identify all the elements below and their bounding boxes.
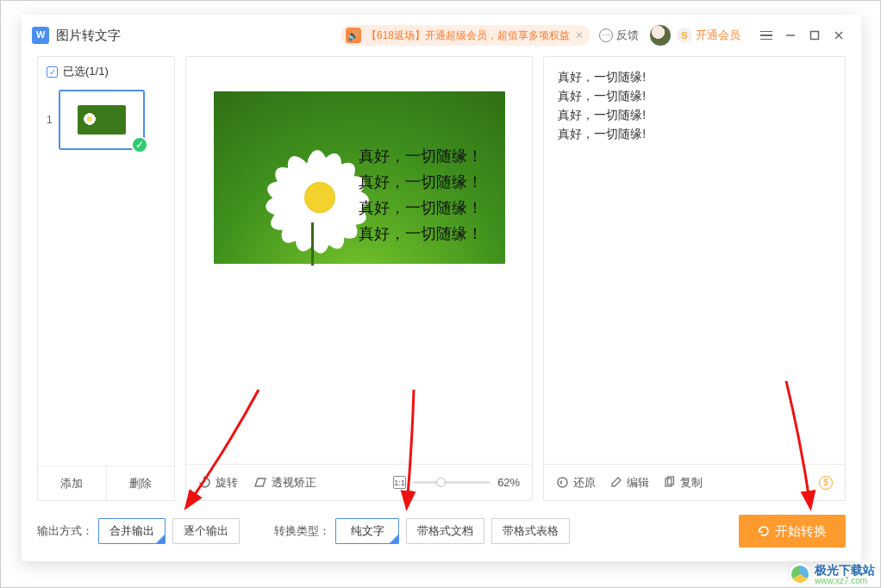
restore-icon — [556, 476, 569, 489]
watermark: 极光下载站 www.xz7.com — [789, 563, 875, 585]
promo-text: 【618返场】开通超级会员，超值享多项权益 — [366, 28, 570, 43]
feedback-link[interactable]: ⋯ 反馈 — [599, 28, 639, 43]
start-convert-button[interactable]: 开始转换 — [739, 515, 846, 547]
type-table-button[interactable]: 带格式表格 — [491, 518, 570, 544]
thumbnail-panel: ✓ 已选(1/1) 1 ✓ 添加 删除 — [37, 56, 175, 501]
copy-icon — [663, 476, 676, 489]
checkbox-icon[interactable]: ✓ — [47, 66, 58, 78]
speaker-icon: 🔊 — [346, 28, 361, 43]
coin-icon[interactable]: $ — [819, 476, 833, 490]
result-panel: 真好，一切随缘! 真好，一切随缘! 真好，一切随缘! 真好，一切随缘! 还原 编… — [543, 56, 846, 501]
fit-icon[interactable]: 1:1 — [393, 476, 406, 489]
output-merge-button[interactable]: 合并输出 — [98, 518, 166, 544]
feedback-label: 反馈 — [616, 28, 639, 43]
svg-point-4 — [558, 478, 567, 487]
flower-graphic — [266, 143, 369, 247]
rotate-button[interactable]: 旋转 — [198, 475, 238, 491]
output-mode-label: 输出方式： — [37, 523, 93, 539]
restore-button[interactable]: 还原 — [556, 475, 596, 491]
chat-icon: ⋯ — [599, 28, 613, 42]
pencil-icon — [609, 476, 622, 489]
refresh-icon — [758, 525, 770, 537]
preview-image: 真好，一切随缘！ 真好，一切随缘！ 真好，一切随缘！ 真好，一切随缘！ — [214, 91, 505, 264]
thumbnail-box[interactable]: ✓ — [59, 90, 145, 150]
selected-count[interactable]: ✓ 已选(1/1) — [38, 57, 174, 86]
svg-rect-1 — [811, 32, 819, 40]
watermark-url: www.xz7.com — [815, 576, 875, 585]
add-button[interactable]: 添加 — [38, 466, 107, 500]
result-line: 真好，一切随缘! — [558, 105, 831, 124]
result-line: 真好，一切随缘! — [558, 67, 831, 86]
convert-type-label: 转换类型： — [274, 523, 330, 539]
menu-button[interactable] — [754, 23, 778, 47]
titlebar: 图片转文字 🔊 【618返场】开通超级会员，超值享多项权益 ✕ ⋯ 反馈 S 开… — [22, 15, 861, 56]
watermark-logo-icon — [789, 563, 811, 585]
output-each-button[interactable]: 逐个输出 — [172, 518, 240, 544]
perspective-icon — [253, 477, 267, 488]
thumb-number: 1 — [47, 114, 59, 126]
svg-rect-6 — [668, 477, 674, 485]
vip-link[interactable]: 开通会员 — [696, 28, 740, 43]
edit-button[interactable]: 编辑 — [609, 475, 649, 491]
promo-close-icon[interactable]: ✕ — [575, 29, 584, 41]
app-icon — [32, 27, 49, 44]
thumbnail-item[interactable]: 1 ✓ — [47, 90, 166, 150]
perspective-button[interactable]: 透视矫正 — [253, 475, 316, 491]
minimize-button[interactable] — [778, 23, 803, 47]
app-title: 图片转文字 — [56, 28, 121, 44]
check-icon: ✓ — [131, 136, 148, 153]
image-text: 真好，一切随缘！ 真好，一切随缘！ 真好，一切随缘！ 真好，一切随缘！ — [359, 143, 483, 247]
maximize-button[interactable] — [803, 23, 827, 47]
result-line: 真好，一切随缘! — [558, 86, 831, 105]
type-plain-button[interactable]: 纯文字 — [335, 518, 399, 544]
zoom-slider[interactable] — [413, 481, 490, 484]
result-line: 真好，一切随缘! — [558, 124, 831, 143]
result-text[interactable]: 真好，一切随缘! 真好，一切随缘! 真好，一切随缘! 真好，一切随缘! — [544, 57, 845, 464]
promo-banner[interactable]: 🔊 【618返场】开通超级会员，超值享多项权益 ✕ — [341, 25, 590, 46]
close-button[interactable] — [827, 23, 851, 47]
rotate-icon — [198, 476, 211, 489]
zoom-handle[interactable] — [436, 478, 446, 487]
watermark-name: 极光下载站 — [815, 564, 875, 576]
thumbnail-image — [78, 105, 126, 134]
bottom-bar: 输出方式： 合并输出 逐个输出 转换类型： 纯文字 带格式文档 带格式表格 开始… — [22, 501, 861, 561]
delete-button[interactable]: 删除 — [107, 466, 175, 500]
preview-area[interactable]: 真好，一切随缘！ 真好，一切随缘！ 真好，一切随缘！ 真好，一切随缘！ — [186, 57, 532, 464]
selected-label: 已选(1/1) — [63, 64, 109, 79]
avatar[interactable] — [649, 24, 672, 47]
svg-rect-5 — [665, 479, 672, 486]
vip-badge-icon: S — [677, 28, 692, 43]
type-doc-button[interactable]: 带格式文档 — [406, 518, 484, 544]
zoom-value: 62% — [497, 476, 520, 489]
preview-panel: 真好，一切随缘！ 真好，一切随缘！ 真好，一切随缘！ 真好，一切随缘！ 旋转 透… — [185, 56, 533, 501]
copy-button[interactable]: 复制 — [663, 475, 703, 491]
